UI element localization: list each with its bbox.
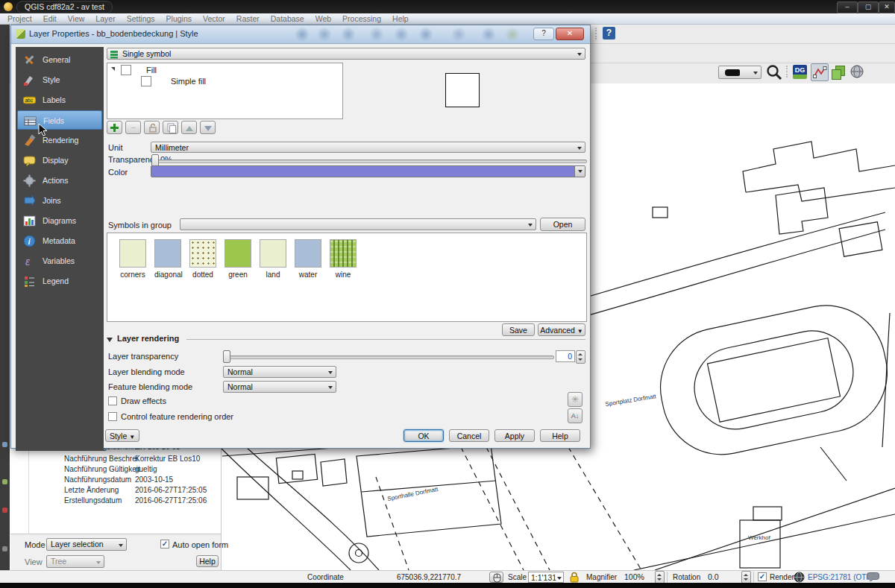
rotation-value[interactable]: 0.0 <box>706 572 738 583</box>
copy-style-icon[interactable] <box>832 66 845 79</box>
scale-lock-icon[interactable] <box>568 572 580 583</box>
symbol-swatch-water[interactable] <box>295 239 321 268</box>
sidebar-item-style[interactable]: Style <box>17 70 102 89</box>
sidebar-item-general[interactable]: General <box>17 50 102 69</box>
add-symbol-layer-button[interactable] <box>107 121 122 134</box>
auto-open-form-checkbox[interactable]: ✓ <box>160 540 169 549</box>
symbol-swatch-dotted[interactable] <box>189 239 216 268</box>
help-contents-icon[interactable]: ? <box>603 27 615 39</box>
scale-combo[interactable]: 1:1'131 <box>528 572 564 583</box>
move-down-button[interactable] <box>200 121 216 134</box>
sidebar-item-labels[interactable]: abc Labels <box>17 90 102 110</box>
symbols-group-combo[interactable] <box>180 218 536 230</box>
sidebar-item-actions[interactable]: Actions <box>17 171 102 190</box>
open-library-button[interactable]: Open Library <box>540 218 585 231</box>
minimize-button[interactable]: – <box>837 1 858 13</box>
render-checkbox[interactable]: ✓ <box>758 572 767 581</box>
symbol-swatch-wine[interactable] <box>330 239 357 268</box>
menu-project[interactable]: Project <box>7 14 32 23</box>
menu-layer[interactable]: Layer <box>95 14 115 23</box>
dialog-close-button[interactable]: ✕ <box>556 28 584 40</box>
layer-blending-combo[interactable]: Normal <box>223 366 336 378</box>
color-button[interactable] <box>151 165 585 177</box>
magnifier-value[interactable]: 100% <box>622 572 653 583</box>
sidebar-item-legend[interactable]: Legend <box>17 271 102 291</box>
coordinate-value[interactable]: 675036.9,221770.7 <box>373 573 485 581</box>
control-order-checkbox[interactable] <box>108 412 117 421</box>
crs-globe-icon[interactable] <box>794 572 805 583</box>
help-button[interactable]: Help <box>540 429 580 442</box>
effects-options-button[interactable]: ✳ <box>568 392 582 407</box>
menu-settings[interactable]: Settings <box>127 14 155 23</box>
transparency-slider[interactable] <box>155 159 587 163</box>
node-tool-icon-pressed[interactable] <box>811 63 829 81</box>
lock-color-button[interactable] <box>144 121 160 134</box>
crs-status[interactable]: EPSG:21781 (OTF) <box>808 573 873 581</box>
menu-web[interactable]: Web <box>315 14 331 23</box>
symbol-swatch-corners[interactable] <box>119 239 146 268</box>
apply-button[interactable]: Apply <box>494 429 535 442</box>
symbol-list[interactable]: corners diagonal dotted green land water… <box>107 233 587 322</box>
symbol-preview <box>445 73 480 107</box>
toolbar-handle[interactable] <box>595 28 598 39</box>
layer-transparency-value[interactable]: 0 <box>556 350 575 362</box>
sidebar-item-joins[interactable]: Joins <box>17 191 102 210</box>
messages-icon[interactable] <box>867 572 879 582</box>
symbol-type-combo[interactable]: Single symbol <box>107 48 585 60</box>
toolbar-handle[interactable] <box>786 66 789 78</box>
menu-vector[interactable]: Vector <box>203 14 225 23</box>
menu-raster[interactable]: Raster <box>236 14 260 23</box>
menu-view[interactable]: View <box>68 14 85 23</box>
rotation-spin[interactable] <box>741 571 751 584</box>
sidebar-item-display[interactable]: Display <box>17 151 102 170</box>
sidebar-item-variables[interactable]: ε Variables <box>17 251 102 271</box>
sidebar-item-diagrams[interactable]: Diagrams <box>17 211 102 230</box>
menu-edit[interactable]: Edit <box>43 14 57 23</box>
mode-combo[interactable]: Layer selection <box>46 538 127 551</box>
move-up-button[interactable] <box>181 121 197 134</box>
menu-plugins[interactable]: Plugins <box>166 14 192 23</box>
menu-processing[interactable]: Processing <box>342 14 381 23</box>
unit-combo[interactable]: Millimeter <box>151 142 585 153</box>
ok-button[interactable]: OK <box>403 429 444 442</box>
color-dropdown[interactable] <box>574 166 585 177</box>
maximize-button[interactable]: ▢ <box>858 1 879 13</box>
advanced-button[interactable]: Advanced ▼ <box>538 323 585 336</box>
draw-effects-checkbox[interactable] <box>108 396 117 405</box>
remove-symbol-layer-button[interactable]: − <box>125 121 141 134</box>
symbol-swatch-diagonal[interactable] <box>154 239 181 268</box>
dg-plugin-icon[interactable]: DG <box>793 65 807 79</box>
tree-item-fill[interactable]: Fill <box>146 66 157 75</box>
cancel-button[interactable]: Cancel <box>449 429 489 442</box>
rendering-order-button[interactable]: A↓ <box>568 408 582 423</box>
tree-expander-icon[interactable] <box>111 67 115 71</box>
feature-blending-combo[interactable]: Normal <box>223 381 336 393</box>
magnifier-spin[interactable] <box>655 571 665 584</box>
dialog-help-button[interactable]: ? <box>533 28 554 40</box>
view-combo[interactable]: Tree <box>46 555 104 568</box>
web-service-icon[interactable] <box>850 64 864 79</box>
save-button[interactable]: Save <box>502 323 535 336</box>
selection-tool-combo[interactable] <box>718 66 761 79</box>
layer-transparency-slider[interactable] <box>226 355 554 359</box>
sidebar-item-metadata[interactable]: i Metadata <box>17 231 102 250</box>
tree-item-simple-fill[interactable]: Simple fill <box>171 77 206 86</box>
style-menu-button[interactable]: Style ▼ <box>105 429 139 442</box>
sidebar-item-fields[interactable]: Fields <box>17 110 102 130</box>
record-icon[interactable] <box>2 508 7 513</box>
symbol-layers-tree[interactable]: Fill Simple fill <box>107 63 343 119</box>
collapse-arrow-icon[interactable] <box>107 338 113 342</box>
duplicate-layer-button[interactable] <box>163 121 178 134</box>
menu-database[interactable]: Database <box>271 14 304 23</box>
mouse-tracking-icon[interactable] <box>489 572 503 583</box>
layer-transparency-spin[interactable] <box>576 350 585 364</box>
menu-help[interactable]: Help <box>392 14 409 23</box>
zoom-tool-icon[interactable] <box>766 64 782 80</box>
dialog-titlebar[interactable]: Layer Properties - bb_bodenbedeckung | S… <box>11 25 590 44</box>
layer-transparency-slider-handle[interactable] <box>223 350 230 363</box>
close-button[interactable]: ✕ <box>879 1 895 13</box>
sidebar-item-rendering[interactable]: Rendering <box>17 130 102 150</box>
symbol-swatch-land[interactable] <box>260 239 286 268</box>
symbol-swatch-green[interactable] <box>224 239 251 268</box>
panel-help-button[interactable]: Help <box>196 555 219 567</box>
